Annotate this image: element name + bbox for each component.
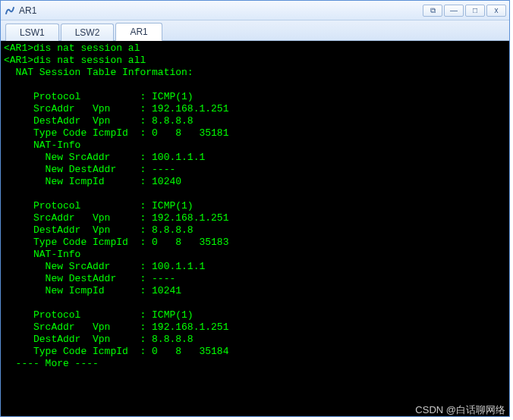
window-buttons: ⧉ — □ x	[423, 5, 506, 17]
terminal-output[interactable]: <AR1>dis nat session al <AR1>dis nat ses…	[1, 41, 509, 416]
terminal-container: <AR1>dis nat session al <AR1>dis nat ses…	[1, 40, 509, 416]
app-icon	[4, 5, 16, 17]
app-window: AR1 ⧉ — □ x LSW1 LSW2 AR1 <AR1>dis nat s…	[0, 0, 510, 417]
tab-strip: LSW1 LSW2 AR1	[1, 20, 509, 40]
tab-lsw1[interactable]: LSW1	[5, 24, 59, 41]
tab-ar1[interactable]: AR1	[115, 23, 162, 41]
maximize-button[interactable]: □	[465, 5, 485, 17]
undock-button[interactable]: ⧉	[423, 5, 442, 17]
tab-lsw2[interactable]: LSW2	[61, 24, 115, 41]
window-title: AR1	[19, 5, 423, 16]
close-button[interactable]: x	[486, 5, 506, 17]
minimize-button[interactable]: —	[444, 5, 464, 17]
title-bar[interactable]: AR1 ⧉ — □ x	[1, 1, 509, 20]
